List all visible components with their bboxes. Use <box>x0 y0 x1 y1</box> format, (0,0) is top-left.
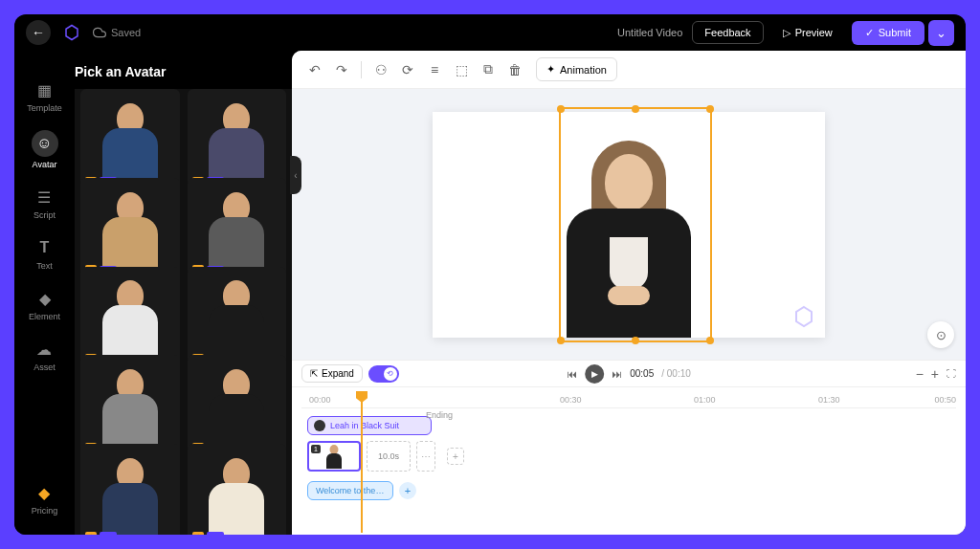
sidebar-item-script[interactable]: ☰ Script <box>33 187 56 220</box>
sidebar-item-avatar[interactable]: ☺ Avatar <box>32 130 58 169</box>
resize-handle[interactable] <box>557 337 565 344</box>
toggle-knob: ⟲ <box>384 367 397 381</box>
total-time: / 00:10 <box>661 368 691 379</box>
sidebar-item-asset[interactable]: ☁ Asset <box>33 339 56 372</box>
avatar-panel: Pick an Avatar ‹ ◆ 4K ◆ 4K <box>75 51 292 535</box>
submit-button[interactable]: ✓ Submit <box>852 21 924 45</box>
zoom-in-button[interactable]: + <box>931 366 939 382</box>
scene-thumbnail[interactable]: 1 <box>307 441 361 472</box>
redo-button[interactable]: ↷ <box>330 58 353 81</box>
avatar-card[interactable]: ◆ 4K <box>188 444 287 535</box>
timeline[interactable]: 00:00 00:30 01:00 01:30 00:50 Ending Lea… <box>292 386 966 535</box>
premium-badge-icon: ◆ <box>192 532 204 535</box>
ending-label: Ending <box>426 410 453 420</box>
expand-button[interactable]: ⇱ Expand <box>301 364 363 383</box>
canvas-frame[interactable] <box>433 112 825 338</box>
resize-handle[interactable] <box>632 105 639 113</box>
ruler-mark: 00:00 <box>309 395 331 405</box>
skip-forward-button[interactable]: ⏭ <box>612 368 622 380</box>
element-icon: ◆ <box>34 288 56 309</box>
skip-back-button[interactable]: ⏮ <box>567 368 577 380</box>
timeline-ruler[interactable]: 00:00 00:30 01:00 01:30 <box>301 391 956 408</box>
zoom-out-button[interactable]: − <box>916 366 924 382</box>
avatar-card[interactable]: ◆ 4K <box>80 444 180 535</box>
ruler-mark: 00:30 <box>560 395 582 405</box>
diamond-icon: ◆ <box>33 482 55 503</box>
delete-tool[interactable]: 🗑 <box>503 58 526 81</box>
sidebar: ▦ Template ☺ Avatar ☰ Script T Text ◆ El… <box>14 51 75 535</box>
submit-dropdown[interactable]: ⌄ <box>928 20 954 46</box>
canvas-area: ↶ ↷ ⚇ ⟳ ≡ ⬚ ⧉ 🗑 ✦ Animation <box>292 51 966 535</box>
save-status: Saved <box>93 26 141 39</box>
add-scene-button[interactable]: + <box>447 448 464 465</box>
4k-badge: 4K <box>100 532 117 535</box>
text-icon: T <box>34 237 56 258</box>
canvas[interactable]: ⊙ <box>292 89 966 360</box>
sidebar-item-text[interactable]: T Text <box>34 237 56 271</box>
scene-number: 1 <box>311 445 321 453</box>
layers-tool[interactable]: ⬚ <box>450 58 473 81</box>
cloud-icon <box>93 26 106 39</box>
sparkle-icon: ✦ <box>546 63 555 76</box>
zoom-fit-button[interactable]: ⊙ <box>927 321 954 348</box>
scene-more-button[interactable]: ⋯ <box>416 441 435 472</box>
undo-button[interactable]: ↶ <box>303 58 326 81</box>
sidebar-item-element[interactable]: ◆ Element <box>29 288 60 321</box>
toggle-switch[interactable]: ⟲ <box>368 365 399 383</box>
app-window: ← Saved Untitled Video Feedback ▷ Previe… <box>14 14 966 535</box>
resize-handle[interactable] <box>706 105 714 113</box>
app-logo <box>62 23 81 42</box>
player-bar: ⇱ Expand ⟲ ⏮ ▶ ⏭ 00:05 / 00:10 − + <box>292 360 966 386</box>
preview-button[interactable]: ▷ Preview <box>773 22 842 44</box>
play-button[interactable]: ▶ <box>585 364 604 384</box>
avatar-icon: ☺ <box>32 130 58 157</box>
play-icon: ▷ <box>783 27 791 39</box>
back-button[interactable]: ← <box>26 20 51 45</box>
person-tool[interactable]: ⚇ <box>369 58 392 81</box>
timeline-end-mark: 00:50 <box>934 395 956 405</box>
ruler-mark: 01:00 <box>694 395 716 405</box>
current-time: 00:05 <box>630 368 654 379</box>
script-icon: ☰ <box>33 187 55 208</box>
check-icon: ✓ <box>865 27 874 39</box>
clip-name: Leah in Black Suit <box>330 421 399 430</box>
saved-label: Saved <box>111 27 141 38</box>
sidebar-item-pricing[interactable]: ◆ Pricing <box>32 482 58 516</box>
expand-icon: ⇱ <box>310 368 318 379</box>
resize-handle[interactable] <box>632 337 639 344</box>
asset-icon: ☁ <box>33 339 55 360</box>
animation-button[interactable]: ✦ Animation <box>536 57 617 81</box>
timeline-clip[interactable]: Leah in Black Suit <box>307 416 432 435</box>
canvas-toolbar: ↶ ↷ ⚇ ⟳ ≡ ⬚ ⧉ 🗑 ✦ Animation <box>292 51 966 89</box>
4k-badge: 4K <box>207 532 224 535</box>
align-tool[interactable]: ≡ <box>423 58 446 81</box>
script-clip[interactable]: Welcome to the new ... <box>307 481 393 500</box>
selection-box[interactable] <box>559 107 712 342</box>
chevron-down-icon: ⌄ <box>936 26 947 40</box>
ruler-mark: 01:30 <box>818 395 840 405</box>
copy-tool[interactable]: ⧉ <box>477 58 500 81</box>
template-icon: ▦ <box>34 79 56 100</box>
add-script-button[interactable]: + <box>399 482 416 499</box>
resize-handle[interactable] <box>706 337 714 344</box>
fullscreen-button[interactable]: ⛶ <box>947 368 956 379</box>
video-title[interactable]: Untitled Video <box>617 27 682 38</box>
feedback-button[interactable]: Feedback <box>692 21 763 44</box>
playhead[interactable] <box>361 391 363 533</box>
premium-badge-icon: ◆ <box>85 532 97 535</box>
sidebar-item-template[interactable]: ▦ Template <box>27 79 62 113</box>
scene-duration[interactable]: 10.0s <box>367 441 411 472</box>
refresh-tool[interactable]: ⟳ <box>396 58 419 81</box>
watermark-logo <box>792 305 815 328</box>
avatar-grid[interactable]: ◆ 4K ◆ 4K ◆ 4K <box>75 89 292 535</box>
clip-avatar-icon <box>314 420 325 431</box>
topbar: ← Saved Untitled Video Feedback ▷ Previe… <box>14 14 966 51</box>
panel-title: Pick an Avatar <box>75 51 292 89</box>
resize-handle[interactable] <box>557 105 565 113</box>
